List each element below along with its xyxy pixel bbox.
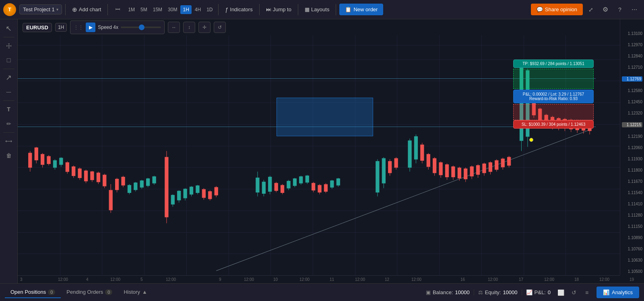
time-label: 12:00 <box>544 277 554 282</box>
tf-4h[interactable]: 4H <box>192 5 203 14</box>
svg-rect-22 <box>91 172 94 180</box>
tf-30m[interactable]: 30M <box>165 5 180 14</box>
tab-history[interactable]: History ▲ <box>118 287 153 298</box>
svg-rect-58 <box>208 191 212 199</box>
new-order-icon: 📋 <box>345 6 351 12</box>
layouts-button[interactable]: ▦ Layouts <box>301 4 333 14</box>
svg-rect-46 <box>171 195 174 205</box>
history-chevron: ▲ <box>142 289 147 295</box>
svg-rect-28 <box>109 190 112 210</box>
svg-rect-6 <box>41 154 44 165</box>
tf-1h[interactable]: 1H <box>180 5 191 14</box>
horizontal-line-tool[interactable]: — <box>2 85 16 99</box>
divider-2 <box>107 4 108 15</box>
price-label: 1.12710 <box>622 65 642 70</box>
share-stats-button[interactable]: ≡ <box>580 286 593 299</box>
tab-open-positions[interactable]: Open Positions 0 <box>5 287 61 298</box>
range-box <box>277 98 373 136</box>
tf-5m[interactable]: 5M <box>138 5 150 14</box>
price-label: 1.11150 <box>622 224 642 229</box>
arrow-left-right-btn[interactable]: ↔ <box>168 22 180 33</box>
share-icon: 💬 <box>537 6 543 12</box>
reset-btn[interactable]: ↺ <box>214 22 226 33</box>
svg-rect-130 <box>508 157 511 166</box>
price-label: 1.11670 <box>622 179 642 184</box>
grid-line <box>18 167 620 168</box>
svg-rect-48 <box>178 191 181 200</box>
time-label: 4 <box>86 277 89 282</box>
fullscreen-button[interactable]: ⤢ <box>584 3 597 16</box>
divider-5 <box>298 4 298 15</box>
app-logo: T <box>3 3 16 16</box>
export-button[interactable]: ⬜ <box>555 286 568 299</box>
share-opinion-button[interactable]: 💬 Share opinion <box>531 4 583 15</box>
time-label: 12:00 <box>355 277 365 282</box>
divider-4 <box>259 4 260 15</box>
analytics-button[interactable]: 📊 Analytics <box>597 287 639 298</box>
drag-cross-btn[interactable]: ✛ <box>198 22 211 33</box>
grid-line-v <box>60 35 60 275</box>
delete-tool[interactable]: 🗑 <box>2 149 16 162</box>
settings-button[interactable]: ⚙ <box>599 3 612 16</box>
svg-rect-128 <box>501 159 504 167</box>
indicators-button[interactable]: ƒ Indicators <box>222 4 256 15</box>
cursor-dot <box>529 138 533 142</box>
more-options-button[interactable]: ⋯ <box>628 3 641 16</box>
cursor-price-label: 1.12215 <box>622 122 642 127</box>
time-label: 18 <box>574 277 579 282</box>
grid-line-v <box>481 35 482 275</box>
project-selector[interactable]: Test Project 1 ▾ <box>19 4 62 14</box>
speed-slider[interactable] <box>121 27 161 28</box>
svg-rect-100 <box>414 137 417 160</box>
add-chart-button[interactable]: ⊕ Add chart <box>69 4 105 15</box>
tf-15m[interactable]: 15M <box>151 5 165 14</box>
tf-1m[interactable]: 1M <box>126 5 137 14</box>
svg-rect-108 <box>439 162 442 175</box>
svg-rect-72 <box>287 181 290 188</box>
crosshair-tool[interactable]: ☩ <box>2 39 16 53</box>
svg-rect-10 <box>53 160 56 167</box>
svg-rect-40 <box>147 179 150 186</box>
price-label: 1.12190 <box>622 134 642 139</box>
left-divider-2 <box>3 69 14 69</box>
svg-rect-20 <box>84 171 87 181</box>
svg-rect-110 <box>445 165 448 177</box>
pending-orders-label: Pending Orders <box>66 289 103 295</box>
project-name: Test Project 1 <box>23 6 55 12</box>
grid-line-v <box>270 35 271 275</box>
price-label: 1.12060 <box>622 145 642 150</box>
help-button[interactable]: ? <box>613 3 626 16</box>
svg-rect-76 <box>299 176 303 183</box>
left-divider-1 <box>3 37 14 37</box>
svg-rect-120 <box>476 166 479 175</box>
rectangle-tool[interactable]: □ <box>2 53 16 67</box>
svg-rect-24 <box>97 173 100 182</box>
sl-box: SL: $1000.39 / 304 points / 1.12463 <box>513 120 594 129</box>
pen-tool[interactable]: ✏ <box>2 117 16 131</box>
measure-tool[interactable]: ⟷ <box>2 134 16 148</box>
svg-line-0 <box>216 130 588 270</box>
tab-pending-orders[interactable]: Pending Orders 0 <box>61 287 118 298</box>
left-divider-3 <box>3 100 14 101</box>
speed-label: Speed 4x <box>98 25 118 30</box>
cursor-tool[interactable]: ↖ <box>2 22 16 35</box>
svg-rect-44 <box>165 157 168 217</box>
tf-1d[interactable]: 1D <box>204 5 215 14</box>
refresh-button[interactable]: ↺ <box>568 286 580 299</box>
time-label: 12:00 <box>110 277 120 282</box>
equity-value: 10000 <box>503 289 517 295</box>
arrow-up-down-btn[interactable]: ↕ <box>183 22 195 33</box>
price-label: 1.12320 <box>622 111 642 115</box>
grid-line-v <box>397 35 397 275</box>
analytics-chart-icon: 📊 <box>603 289 609 295</box>
left-toolbar: ↖ ☩ □ ↗ — T ✏ ⟷ 🗑 <box>0 19 18 283</box>
jump-to-button[interactable]: ⏭ Jump to <box>263 4 295 14</box>
play-button[interactable]: ▶ <box>86 23 95 32</box>
chart-type-button[interactable]: 𝄩 <box>111 3 124 16</box>
svg-rect-126 <box>495 160 498 170</box>
price-label: 1.11800 <box>622 168 642 172</box>
green-zone <box>513 69 594 89</box>
new-order-button[interactable]: 📋 New order <box>339 4 383 15</box>
trendline-tool[interactable]: ↗ <box>2 71 16 84</box>
text-tool[interactable]: T <box>2 102 16 116</box>
